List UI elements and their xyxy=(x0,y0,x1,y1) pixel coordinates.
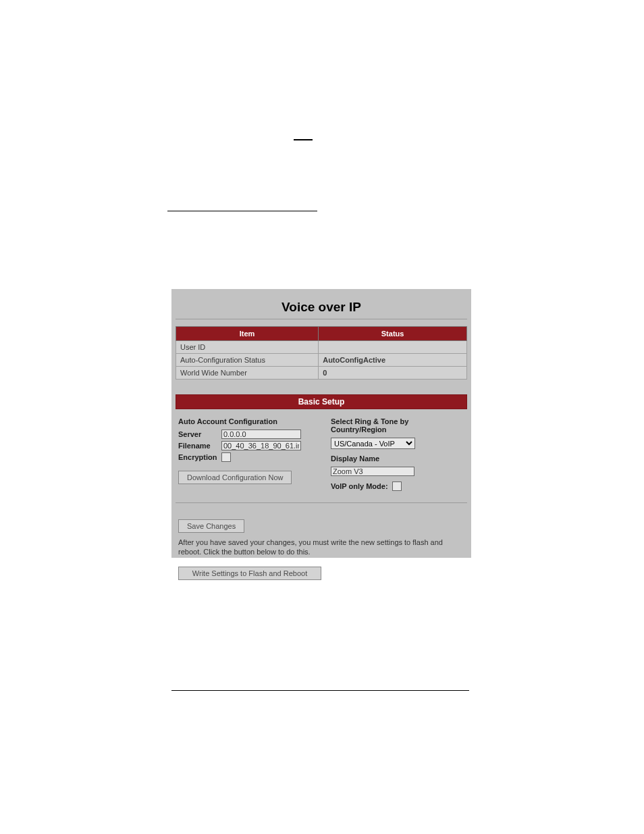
display-name-input[interactable] xyxy=(331,467,414,476)
status-table: Item Status User ID Auto-Configuration S… xyxy=(176,326,467,380)
voip-only-checkbox[interactable] xyxy=(392,481,402,491)
table-row: Auto-Configuration Status AutoConfigActi… xyxy=(176,354,467,367)
decorative-line-mid xyxy=(167,211,317,211)
cell-value: AutoConfigActive xyxy=(319,354,467,367)
write-flash-reboot-button[interactable]: Write Settings to Flash and Reboot xyxy=(178,567,321,580)
auto-account-heading: Auto Account Configuration xyxy=(178,417,312,425)
ringtone-select[interactable]: US/Canada - VoIP xyxy=(331,438,415,449)
save-changes-button[interactable]: Save Changes xyxy=(178,519,244,533)
server-input[interactable] xyxy=(221,429,301,439)
cell-value: 0 xyxy=(319,367,467,380)
decorative-line-bottom xyxy=(171,690,469,691)
basic-setup-area: Auto Account Configuration Server Filena… xyxy=(176,409,467,493)
divider xyxy=(176,502,467,503)
download-config-button[interactable]: Download Configuration Now xyxy=(178,471,292,484)
cell-item: Auto-Configuration Status xyxy=(176,354,319,367)
ringtone-label: Select Ring & Tone by Country/Region xyxy=(331,417,464,434)
encryption-label: Encryption xyxy=(178,453,217,461)
voip-only-label: VoIP only Mode: xyxy=(331,482,388,490)
encryption-checkbox[interactable] xyxy=(221,452,231,462)
panel-title: Voice over IP xyxy=(176,300,467,315)
filename-label: Filename xyxy=(178,442,217,450)
basic-setup-header: Basic Setup xyxy=(176,394,467,409)
filename-input[interactable] xyxy=(221,441,301,450)
decorative-line-top xyxy=(294,139,313,140)
cell-item: World Wide Number xyxy=(176,367,319,380)
flash-note: After you have saved your changes, you m… xyxy=(178,538,464,557)
col-header-item: Item xyxy=(176,327,319,341)
cell-item: User ID xyxy=(176,341,319,354)
right-column: Select Ring & Tone by Country/Region US/… xyxy=(331,416,464,493)
left-column: Auto Account Configuration Server Filena… xyxy=(178,416,312,493)
divider xyxy=(176,319,467,319)
voip-panel: Voice over IP Item Status User ID Auto-C… xyxy=(171,289,471,558)
cell-value xyxy=(319,341,467,354)
table-row: User ID xyxy=(176,341,467,354)
display-name-label: Display Name xyxy=(331,454,464,463)
server-label: Server xyxy=(178,430,217,438)
table-row: World Wide Number 0 xyxy=(176,367,467,380)
col-header-status: Status xyxy=(319,327,467,341)
